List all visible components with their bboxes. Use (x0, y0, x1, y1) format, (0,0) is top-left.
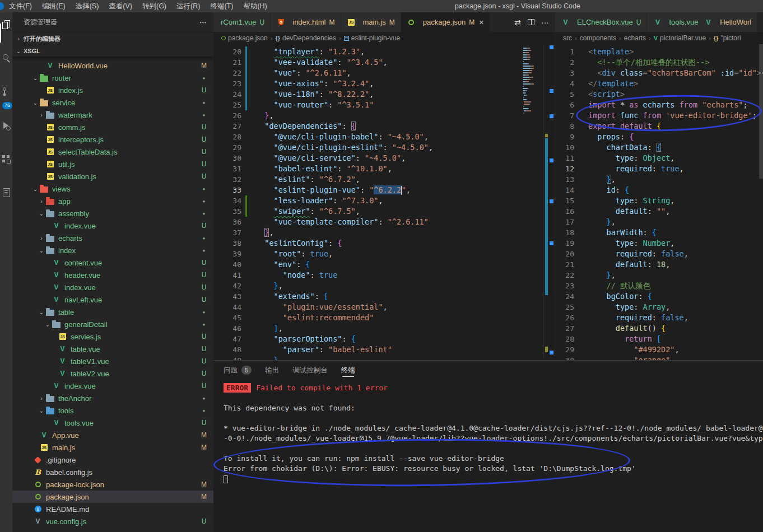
scrollbar[interactable] (759, 44, 763, 179)
split-editor-icon[interactable] (528, 19, 534, 25)
activity-search[interactable] (0, 54, 12, 80)
tree-item-theAnchor[interactable]: ›theAnchor● (12, 392, 213, 404)
close-icon[interactable]: × (479, 18, 483, 27)
editor-left[interactable]: 20 "tnplayer": "1.2.3",21 "vee-validate"… (213, 44, 555, 360)
tree-item-label: tools (58, 407, 197, 415)
tree-item-HelloWorld.vue[interactable]: VHelloWorld.vueM (12, 59, 213, 72)
tree-item-App.vue[interactable]: VApp.vueM (12, 429, 213, 441)
editor-right[interactable]: 1<template>2 <!--单个/相加堆叠的柱状图-->3 <div cl… (555, 44, 763, 360)
breadcrumb-item[interactable]: {}devDependencies (275, 34, 336, 42)
tree-item-table[interactable]: ⌄table● (12, 306, 213, 318)
tree-item-README.md[interactable]: iREADME.md (12, 503, 213, 515)
tree-item-comm.js[interactable]: JScomm.jsU (12, 121, 213, 133)
minimap[interactable] (522, 44, 543, 360)
menu-item[interactable]: 查看(V) (104, 0, 137, 12)
activity-bar: 76 (0, 12, 12, 532)
js-icon: JS (47, 87, 54, 94)
panel-tab-输出[interactable]: 输出 (265, 361, 279, 380)
tree-item-index.vue[interactable]: Vindex.vueU (12, 380, 213, 392)
tree-item-tools.vue[interactable]: Vtools.vueU (12, 417, 213, 429)
breadcrumb-item[interactable]: VpictorialBar.vue (654, 34, 706, 42)
tree-item-echarts[interactable]: ›echarts● (12, 232, 213, 244)
tab-HelloWorl[interactable]: VHelloWorl (698, 12, 757, 32)
overview-ruler[interactable] (543, 44, 555, 360)
tab-package.json[interactable]: package.jsonM× (401, 12, 490, 32)
menu-item[interactable]: 运行(R) (171, 0, 205, 12)
tree-item-index.vue[interactable]: Vindex.vueU (12, 220, 213, 232)
tree-item-content.vue[interactable]: Vcontent.vueU (12, 256, 213, 269)
tab-dirty-badge: M (329, 18, 335, 26)
workspace-root-section[interactable]: ⌄ XSGL (12, 45, 213, 57)
tree-item-util.js[interactable]: JSutil.jsU (12, 158, 213, 170)
tree-item-index.js[interactable]: JSindex.jsU (12, 84, 213, 96)
tree-item-selectTableData.js[interactable]: JSselectTableData.jsU (12, 146, 213, 158)
tab-index.html[interactable]: 5index.htmlM (271, 12, 341, 32)
menu-item[interactable]: 终端(T) (205, 0, 238, 12)
activity-extensions[interactable] (0, 155, 12, 180)
activity-explorer[interactable] (0, 20, 12, 46)
menu-item[interactable]: 文件(F) (4, 0, 37, 12)
tree-item-vue.config.js[interactable]: Vvue.config.jsU (12, 515, 213, 528)
tree-item-package.json[interactable]: package.jsonM (12, 491, 213, 503)
breadcrumb-right[interactable]: src›components›echarts›VpictorialBar.vue… (555, 32, 763, 44)
breadcrumb-item[interactable]: eslint-plugin-vue (344, 34, 400, 42)
tree-item-interceptors.js[interactable]: JSinterceptors.jsU (12, 133, 213, 146)
panel-tab-问题[interactable]: 问题5 (224, 361, 252, 380)
more-actions-icon[interactable]: ··· (541, 18, 549, 27)
panel-tab-调试控制台[interactable]: 调试控制台 (292, 361, 328, 380)
tab-ELCheckBox.vue[interactable]: VELCheckBox.vueU (555, 12, 647, 32)
breadcrumb-item[interactable]: echarts (624, 34, 646, 42)
line-number: 21 (213, 57, 241, 68)
menu-item[interactable]: 转到(G) (137, 0, 171, 12)
breadcrumb-item[interactable]: package.json (221, 34, 268, 42)
activity-source-control[interactable]: 76 (0, 87, 12, 113)
breadcrumb-item[interactable]: src (563, 34, 572, 42)
tree-item-servies.js[interactable]: JSservies.jsU (12, 330, 213, 343)
panel-tab-终端[interactable]: 终端 (341, 361, 355, 380)
menu-item[interactable]: 帮助(H) (238, 0, 272, 12)
more-actions-icon[interactable]: ⋯ (199, 18, 207, 26)
tree-item-babel.config.js[interactable]: Bbabel.config.js (12, 466, 213, 478)
tree-item-tableV2.vue[interactable]: VtableV2.vueU (12, 367, 213, 380)
tree-item-label: theAnchor (58, 394, 197, 403)
menu-item[interactable]: 编辑(E) (37, 0, 71, 12)
breadcrumb-item[interactable]: components (580, 34, 616, 42)
tree-item-index[interactable]: ⌄index● (12, 244, 213, 256)
file-tree[interactable]: VHelloWorld.vueM⌄router●JSindex.jsU⌄serv… (12, 57, 213, 532)
tree-item-main.js[interactable]: JSmain.jsM (12, 441, 213, 454)
vue-icon: V (54, 271, 58, 279)
tree-item-assembly[interactable]: ⌄assembly● (12, 207, 213, 220)
open-changes-icon[interactable]: ⇄ (514, 18, 521, 27)
file-icon-wrap: JS (45, 86, 55, 95)
menu-item[interactable]: 选择(S) (71, 0, 104, 12)
breadcrumb-left[interactable]: package.json›{}devDependencies›eslint-pl… (213, 32, 555, 44)
terminal[interactable]: ERRORFailed to compile with 1 errorThis … (213, 380, 763, 532)
breadcrumb-label: devDependencies (282, 34, 336, 42)
tree-item-service[interactable]: ⌄service● (12, 96, 213, 109)
line-number: 26 (213, 110, 241, 121)
file-icon-wrap (45, 234, 55, 242)
tree-item-navLeft.vue[interactable]: VnavLeft.vueU (12, 293, 213, 306)
tree-item-header.vue[interactable]: Vheader.vueU (12, 269, 213, 281)
file-icon-wrap (45, 307, 55, 316)
tree-item-app[interactable]: ›app● (12, 195, 213, 207)
tree-item-tools[interactable]: ⌄tools● (12, 404, 213, 417)
code-line-16: 16 default: "", (555, 206, 763, 217)
tree-item-generalDetail[interactable]: ⌄generalDetail● (12, 318, 213, 330)
tree-item-table.vue[interactable]: Vtable.vueU (12, 343, 213, 355)
breadcrumb-item[interactable]: {}"pictori (714, 34, 741, 42)
tree-item-validation.js[interactable]: JSvalidation.jsU (12, 170, 213, 183)
activity-run-debug[interactable] (0, 121, 12, 147)
tree-item-.gitignore[interactable]: .gitignore (12, 454, 213, 466)
open-editors-label: 打开的编辑器 (24, 35, 61, 43)
tree-item-package-lock.json[interactable]: package-lock.jsonM (12, 478, 213, 491)
tab-rCom1.vue[interactable]: VrCom1.vueU (213, 12, 271, 32)
tree-item-index.vue[interactable]: Vindex.vueU (12, 281, 213, 293)
tab-main.js[interactable]: JSmain.jsM (341, 12, 401, 32)
tree-item-tableV1.vue[interactable]: VtableV1.vueU (12, 355, 213, 367)
tree-item-views[interactable]: ⌄views● (12, 183, 213, 195)
tree-item-router[interactable]: ⌄router● (12, 72, 213, 84)
open-editors-section[interactable]: › 打开的编辑器 (12, 32, 213, 45)
activity-custom-view[interactable] (0, 188, 12, 214)
tree-item-watermark[interactable]: ›watermark● (12, 109, 213, 121)
